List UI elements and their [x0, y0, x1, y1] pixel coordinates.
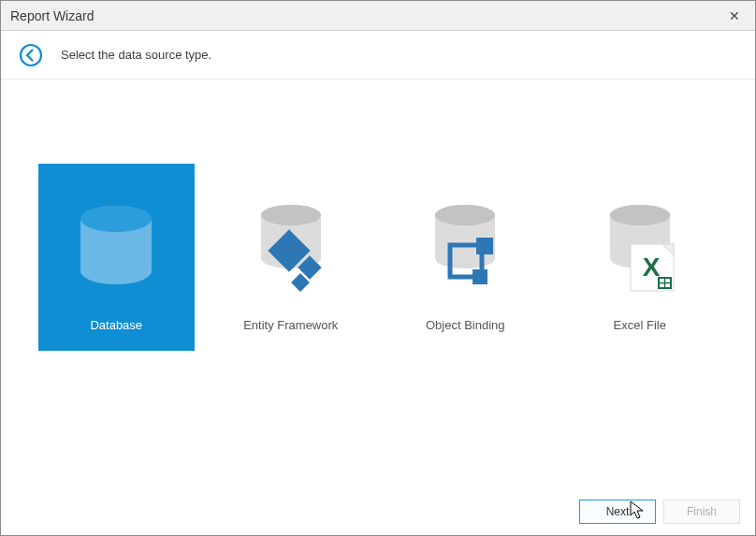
svg-point-8: [261, 205, 321, 225]
content-area: Database: [1, 80, 755, 488]
title-bar: Report Wizard ✕: [1, 1, 755, 31]
option-label: Excel File: [614, 318, 666, 332]
option-excel-file[interactable]: X Excel File: [562, 164, 719, 351]
svg-point-0: [21, 45, 41, 65]
svg-point-15: [435, 205, 495, 225]
entity-framework-icon: [244, 183, 338, 305]
svg-text:X: X: [642, 253, 660, 282]
excel-file-icon: X: [593, 183, 687, 305]
close-button[interactable]: ✕: [723, 7, 746, 25]
wizard-dialog: Report Wizard ✕ Select the data source t…: [0, 0, 756, 536]
instruction-text: Select the data source type.: [61, 48, 211, 62]
window-title: Report Wizard: [10, 8, 94, 23]
back-button[interactable]: [18, 42, 44, 68]
finish-button-label: Finish: [687, 505, 717, 518]
footer: Next Finish: [1, 488, 755, 535]
option-label: Object Binding: [426, 318, 505, 332]
object-binding-icon: [418, 183, 512, 305]
option-database[interactable]: Database: [38, 164, 195, 351]
option-label: Database: [90, 318, 142, 332]
back-arrow-icon: [19, 43, 43, 67]
svg-rect-18: [472, 269, 487, 284]
finish-button: Finish: [663, 500, 740, 524]
next-button-label: Next: [606, 505, 630, 518]
option-label: Entity Framework: [243, 318, 338, 332]
svg-point-22: [610, 205, 670, 225]
subheader: Select the data source type.: [1, 31, 755, 80]
svg-rect-17: [476, 238, 493, 254]
option-entity-framework[interactable]: Entity Framework: [213, 164, 370, 351]
database-icon: [69, 183, 163, 305]
option-list: Database: [38, 164, 718, 351]
svg-point-4: [80, 206, 152, 232]
svg-point-3: [80, 258, 152, 284]
option-object-binding[interactable]: Object Binding: [387, 164, 544, 351]
next-button[interactable]: Next: [579, 500, 656, 524]
